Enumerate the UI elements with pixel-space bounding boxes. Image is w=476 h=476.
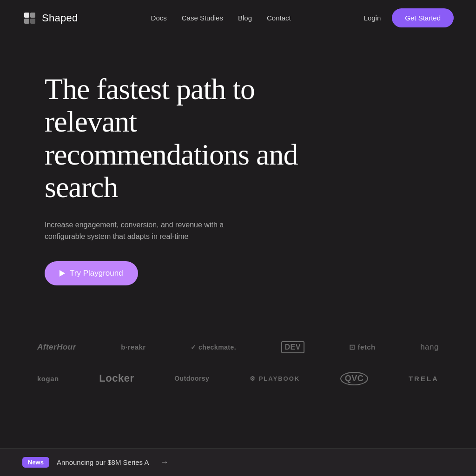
hero-subtitle: Increase engagement, conversion, and rev…: [45, 219, 240, 243]
news-text: Announcing our $8M Series A: [57, 458, 149, 466]
logo-outdoorsy: Outdoorsy: [174, 375, 209, 382]
hero-title: The fastest path to relevant recommendat…: [45, 73, 324, 204]
logo-hang: hang: [420, 343, 439, 352]
get-started-button[interactable]: Get Started: [392, 8, 454, 27]
logo-playbook: ⚙ PLAYBOOK: [250, 375, 300, 382]
login-link[interactable]: Login: [364, 14, 381, 22]
svg-rect-3: [30, 19, 35, 24]
try-playground-label: Try Playground: [70, 269, 123, 278]
nav-contact[interactable]: Contact: [267, 14, 291, 22]
nav-links: Docs Case Studies Blog Contact: [151, 14, 291, 22]
news-arrow-icon: →: [160, 457, 168, 467]
nav-right: Login Get Started: [364, 8, 454, 27]
svg-rect-0: [24, 13, 29, 18]
logo-kogan: kogan: [37, 375, 59, 383]
try-playground-button[interactable]: Try Playground: [45, 261, 138, 285]
logo-checkmate: ✓ checkmate.: [191, 344, 236, 351]
news-bar[interactable]: News Announcing our $8M Series A →: [0, 448, 476, 476]
logo-link[interactable]: Shaped: [22, 11, 78, 26]
logos-row-2: kogan Locker Outdoorsy ⚙ PLAYBOOK QVC TR…: [37, 372, 439, 385]
logo-fetch: ⊡ fetch: [349, 343, 376, 351]
nav-case-studies[interactable]: Case Studies: [182, 14, 223, 22]
logo-icon: [22, 11, 37, 26]
navigation: Shaped Docs Case Studies Blog Contact Lo…: [0, 0, 476, 36]
logo-dev: DEV: [281, 341, 304, 353]
logo-breakr: b·reakr: [121, 343, 146, 351]
nav-blog[interactable]: Blog: [238, 14, 252, 22]
news-badge: News: [22, 457, 49, 468]
brand-name: Shaped: [42, 12, 78, 24]
logo-locker: Locker: [99, 372, 134, 384]
play-icon: [60, 270, 65, 277]
hero-section: The fastest path to relevant recommendat…: [0, 36, 476, 313]
svg-rect-2: [24, 19, 29, 24]
logo-afterhour: AfterHour: [37, 343, 76, 352]
logos-section: AfterHour b·reakr ✓ checkmate. DEV ⊡ fet…: [0, 313, 476, 423]
logos-row-1: AfterHour b·reakr ✓ checkmate. DEV ⊡ fet…: [37, 341, 439, 353]
logo-trela: TRELA: [409, 375, 439, 383]
svg-rect-1: [30, 13, 35, 18]
logo-qvc: QVC: [340, 372, 369, 385]
nav-docs[interactable]: Docs: [151, 14, 167, 22]
